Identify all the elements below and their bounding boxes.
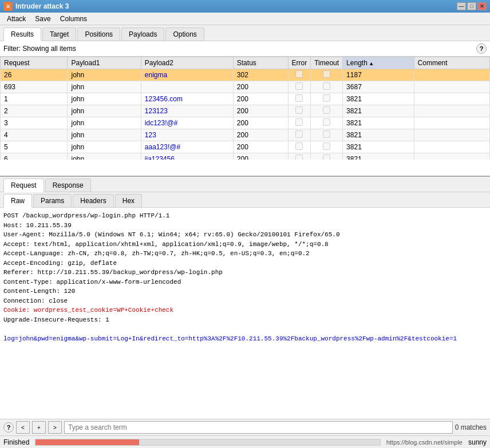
request-line: Upgrade-Insecure-Requests: 1 <box>3 315 487 325</box>
menu-columns[interactable]: Columns <box>56 14 92 24</box>
cell-status: 200 <box>233 129 288 141</box>
cell-status: 200 <box>233 117 288 129</box>
results-scroll-area[interactable]: Request Payload1 Payload2 Status Error T… <box>0 57 490 160</box>
sub-tab-headers[interactable]: Headers <box>73 194 113 207</box>
cell-comment <box>414 117 489 129</box>
lower-section: Request Response Raw Params Headers Hex … <box>0 177 490 435</box>
table-row[interactable]: 6 john jia123456 200 3821 <box>1 153 490 160</box>
cell-payload1: john <box>68 117 141 129</box>
cell-status: 200 <box>233 81 288 93</box>
match-count: 0 matches <box>455 423 487 431</box>
tab-options[interactable]: Options <box>165 27 204 41</box>
request-line: Content-Type: application/x-www-form-url… <box>3 277 487 287</box>
app-icon: ⚔ <box>3 2 13 11</box>
bottom-help-button[interactable]: ? <box>3 422 14 433</box>
cell-request: 5 <box>1 141 68 153</box>
menu-attack[interactable]: Attack <box>2 14 30 24</box>
nav-next-large-button[interactable]: > <box>48 421 62 434</box>
request-line: Accept-Encoding: gzip, deflate <box>3 259 487 268</box>
nav-next-small-button[interactable]: + <box>32 421 46 434</box>
cell-payload2: enigma <box>141 69 233 81</box>
cell-status: 200 <box>233 141 288 153</box>
cell-payload2: 123 <box>141 129 233 141</box>
status-progress <box>35 439 380 446</box>
cell-status: 200 <box>233 105 288 117</box>
cell-error <box>288 153 311 160</box>
menu-save[interactable]: Save <box>30 14 55 24</box>
cell-timeout <box>311 81 343 93</box>
cell-length: 1187 <box>343 69 414 81</box>
sub-tab-bar: Raw Params Headers Hex <box>0 192 490 208</box>
status-label: Finished <box>3 438 29 446</box>
table-row[interactable]: 693 john 200 3687 <box>1 81 490 93</box>
cell-request: 6 <box>1 153 68 160</box>
cell-timeout <box>311 93 343 105</box>
cell-payload2: 123123 <box>141 105 233 117</box>
table-row[interactable]: 26 john enigma 302 1187 <box>1 69 490 81</box>
tab-request[interactable]: Request <box>3 179 44 192</box>
status-user: sunny <box>468 438 487 446</box>
request-area[interactable]: POST /backup_wordpress/wp-login.php HTTP… <box>0 208 490 419</box>
cell-payload1: john <box>68 141 141 153</box>
table-row[interactable]: 2 john 123123 200 3821 <box>1 105 490 117</box>
cell-request: 1 <box>1 93 68 105</box>
request-line <box>3 324 487 334</box>
request-line: Accept: text/html, application/xhtml+xml… <box>3 240 487 249</box>
status-progress-fill <box>35 439 139 445</box>
table-row[interactable]: 1 john 123456.com 200 3821 <box>1 93 490 105</box>
minimize-button[interactable]: — <box>457 2 466 10</box>
cell-payload2: idc123!@# <box>141 117 233 129</box>
cell-comment <box>414 141 489 153</box>
title-bar: ⚔ Intruder attack 3 — □ ✕ <box>0 0 490 13</box>
table-row[interactable]: 3 john idc123!@# 200 3821 <box>1 117 490 129</box>
sub-tab-params[interactable]: Params <box>33 194 72 207</box>
cell-length: 3821 <box>343 153 414 160</box>
filter-help-button[interactable]: ? <box>476 43 487 54</box>
window-title: Intruder attack 3 <box>15 2 69 10</box>
cell-status: 200 <box>233 93 288 105</box>
cell-payload2: jia123456 <box>141 153 233 160</box>
cell-timeout <box>311 153 343 160</box>
cell-length: 3821 <box>343 141 414 153</box>
col-length[interactable]: Length <box>343 57 414 69</box>
tab-results[interactable]: Results <box>3 27 41 41</box>
cell-status: 302 <box>233 69 288 81</box>
close-button[interactable]: ✕ <box>477 2 487 10</box>
cell-request: 2 <box>1 105 68 117</box>
main-tab-bar: Results Target Positions Payloads Option… <box>0 25 490 41</box>
col-timeout[interactable]: Timeout <box>311 57 343 69</box>
filter-bar: Filter: Showing all items ? <box>0 41 490 57</box>
tab-positions[interactable]: Positions <box>77 27 120 41</box>
cell-comment <box>414 69 489 81</box>
maximize-button[interactable]: □ <box>467 2 476 10</box>
sub-tab-hex[interactable]: Hex <box>115 194 142 207</box>
tab-target[interactable]: Target <box>42 27 76 41</box>
cell-error <box>288 129 311 141</box>
cell-error <box>288 69 311 81</box>
cell-payload1: john <box>68 105 141 117</box>
col-error[interactable]: Error <box>288 57 311 69</box>
col-request[interactable]: Request <box>1 57 68 69</box>
cell-error <box>288 117 311 129</box>
tab-payloads[interactable]: Payloads <box>121 27 164 41</box>
cell-request: 26 <box>1 69 68 81</box>
sub-tab-raw[interactable]: Raw <box>3 194 32 208</box>
col-payload2[interactable]: Payload2 <box>141 57 233 69</box>
table-row[interactable]: 4 john 123 200 3821 <box>1 129 490 141</box>
table-row[interactable]: 5 john aaa123!@# 200 3821 <box>1 141 490 153</box>
status-url: https://blog.csdn.net/simple <box>386 439 463 446</box>
cell-request: 4 <box>1 129 68 141</box>
menu-bar: Attack Save Columns <box>0 13 490 25</box>
cell-payload2 <box>141 81 233 93</box>
tab-response[interactable]: Response <box>45 179 91 192</box>
col-comment[interactable]: Comment <box>414 57 489 69</box>
cell-payload2: 123456.com <box>141 93 233 105</box>
col-status[interactable]: Status <box>233 57 288 69</box>
nav-prev-button[interactable]: < <box>16 421 30 434</box>
search-input[interactable] <box>64 421 453 434</box>
results-table-container: Request Payload1 Payload2 Status Error T… <box>0 57 490 177</box>
cell-comment <box>414 153 489 160</box>
cell-error <box>288 93 311 105</box>
main-container: Results Target Positions Payloads Option… <box>0 25 490 448</box>
col-payload1[interactable]: Payload1 <box>68 57 141 69</box>
